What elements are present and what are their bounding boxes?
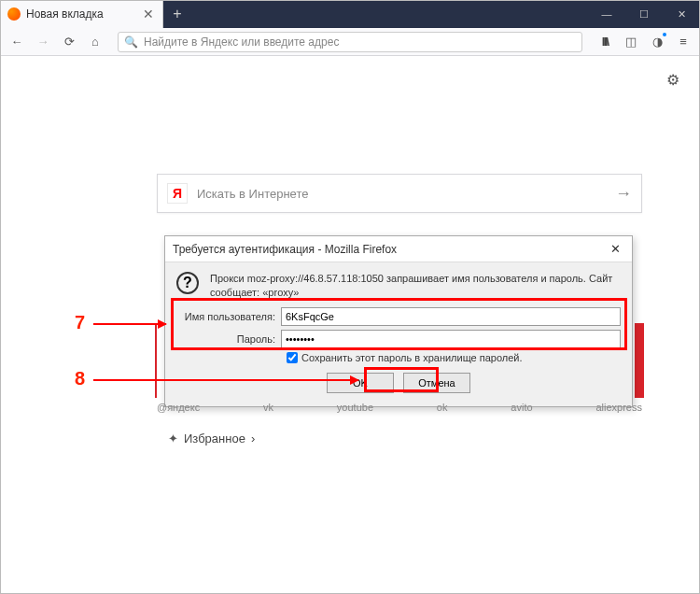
minimize-button[interactable]: — bbox=[588, 0, 625, 28]
annotation-label-7: 7 bbox=[75, 312, 85, 333]
annotation-label-8: 8 bbox=[75, 368, 85, 389]
window-titlebar: Новая вкладка ✕ + — ☐ ✕ bbox=[0, 0, 700, 28]
dialog-title: Требуется аутентификация - Mozilla Firef… bbox=[173, 243, 606, 256]
account-icon[interactable]: ◑ bbox=[646, 31, 668, 53]
gear-icon[interactable]: ⚙ bbox=[666, 71, 679, 89]
quicklink-ok[interactable]: ok bbox=[437, 402, 448, 413]
favorites-icon: ✦ bbox=[168, 431, 178, 446]
yandex-logo: Я bbox=[167, 183, 188, 204]
tab-close-icon[interactable]: ✕ bbox=[142, 7, 155, 21]
browser-tab[interactable]: Новая вкладка ✕ bbox=[0, 0, 163, 28]
save-password-check[interactable] bbox=[287, 352, 298, 363]
home-button[interactable]: ⌂ bbox=[84, 31, 106, 53]
favorites-link[interactable]: ✦ Избранное › bbox=[168, 431, 255, 446]
auth-dialog: Требуется аутентификация - Mozilla Firef… bbox=[164, 235, 633, 407]
quick-links: @яндекс vk youtube ok avito aliexpress bbox=[157, 402, 642, 413]
firefox-icon bbox=[7, 7, 21, 21]
password-input[interactable] bbox=[281, 330, 621, 348]
maximize-button[interactable]: ☐ bbox=[625, 0, 663, 28]
question-icon: ? bbox=[176, 272, 199, 294]
quicklink-avito[interactable]: avito bbox=[511, 402, 532, 413]
password-label: Пароль: bbox=[176, 333, 281, 345]
back-button[interactable]: ← bbox=[6, 31, 28, 53]
chevron-right-icon: › bbox=[251, 431, 255, 446]
favorites-label: Избранное bbox=[184, 431, 245, 446]
quicklink-vk[interactable]: vk bbox=[263, 402, 273, 413]
new-tab-button[interactable]: + bbox=[163, 0, 191, 28]
quicklink-aliexpress[interactable]: aliexpress bbox=[595, 402, 642, 413]
save-password-checkbox[interactable]: Сохранить этот пароль в хранилище пароле… bbox=[287, 352, 621, 363]
dialog-message: Прокси moz-proxy://46.8.57.118:1050 запр… bbox=[210, 272, 621, 300]
url-placeholder: Найдите в Яндекс или введите адрес bbox=[144, 35, 339, 49]
cancel-button[interactable]: Отмена bbox=[403, 373, 470, 393]
forward-button[interactable]: → bbox=[32, 31, 54, 53]
reload-button[interactable]: ⟳ bbox=[58, 31, 80, 53]
browser-toolbar: ← → ⟳ ⌂ 🔍 Найдите в Яндекс или введите а… bbox=[0, 28, 700, 56]
sidebar-icon[interactable]: ◫ bbox=[620, 31, 642, 53]
menu-button[interactable]: ≡ bbox=[672, 31, 694, 53]
url-bar[interactable]: 🔍 Найдите в Яндекс или введите адрес bbox=[118, 32, 582, 52]
save-password-label: Сохранить этот пароль в хранилище пароле… bbox=[301, 352, 523, 363]
username-label: Имя пользователя: bbox=[176, 311, 281, 322]
search-placeholder: Искать в Интернете bbox=[188, 187, 615, 201]
tab-title: Новая вкладка bbox=[26, 7, 136, 21]
quicklink-yandex[interactable]: @яндекс bbox=[157, 402, 200, 413]
annotation-arrow-8 bbox=[93, 379, 358, 381]
dialog-titlebar: Требуется аутентификация - Mozilla Firef… bbox=[165, 236, 632, 262]
window-controls: — ☐ ✕ bbox=[588, 0, 700, 28]
quicklink-youtube[interactable]: youtube bbox=[337, 402, 373, 413]
annotation-arrow-7 bbox=[93, 323, 166, 325]
username-input[interactable] bbox=[281, 307, 621, 326]
close-window-button[interactable]: ✕ bbox=[663, 0, 700, 28]
dialog-close-icon[interactable]: ✕ bbox=[606, 242, 624, 256]
search-go-icon[interactable]: → bbox=[615, 184, 632, 204]
page-content: ⚙ Я Искать в Интернете → Требуется аутен… bbox=[0, 56, 700, 594]
yandex-search-box[interactable]: Я Искать в Интернете → bbox=[157, 174, 642, 213]
library-icon[interactable]: III\ bbox=[594, 31, 616, 53]
ok-button[interactable]: OK bbox=[327, 373, 394, 393]
search-icon: 🔍 bbox=[124, 35, 138, 49]
